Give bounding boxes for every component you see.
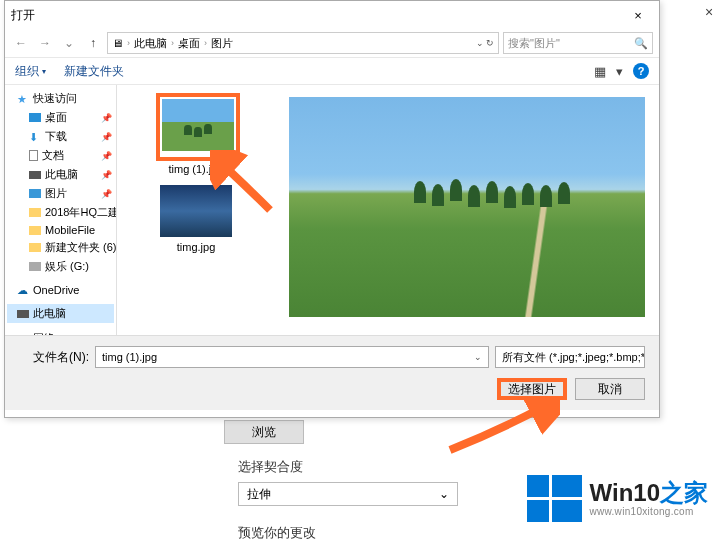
file-name: timg.jpg	[156, 241, 236, 253]
pc-icon	[17, 310, 29, 318]
new-folder-button[interactable]: 新建文件夹	[64, 63, 124, 80]
sidebar-label: MobileFile	[45, 224, 95, 236]
document-icon	[29, 150, 38, 161]
sidebar-label: 图片	[45, 186, 67, 201]
organize-menu[interactable]: 组织 ▾	[15, 63, 46, 80]
toolbar: 组织 ▾ 新建文件夹 ▦ ▾ ?	[5, 57, 659, 85]
filename-input[interactable]: timg (1).jpg ⌄	[95, 346, 489, 368]
close-button[interactable]: ×	[623, 8, 653, 23]
view-mode-button[interactable]: ▦	[594, 64, 606, 79]
chevron-right-icon: ›	[204, 38, 207, 48]
preview-label: 预览你的更改	[238, 524, 714, 542]
sidebar-label: 娱乐 (G:)	[45, 259, 89, 274]
preview-pane	[275, 85, 659, 335]
sidebar-label: 文档	[42, 148, 64, 163]
chevron-down-icon: ▾	[42, 67, 46, 76]
pin-icon: 📌	[101, 113, 112, 123]
fit-label: 选择契合度	[238, 458, 714, 476]
pin-icon: 📌	[101, 151, 112, 161]
preview-image	[289, 97, 645, 317]
watermark: Win10之家 www.win10xitong.com	[527, 475, 708, 522]
sidebar-label: 2018年HQ二建	[45, 205, 117, 220]
desktop-icon	[29, 113, 41, 122]
view-dropdown-button[interactable]: ▾	[616, 64, 623, 79]
organize-label: 组织	[15, 63, 39, 80]
browse-button[interactable]: 浏览	[224, 420, 304, 444]
sidebar-label: 下载	[45, 129, 67, 144]
new-folder-label: 新建文件夹	[64, 63, 124, 80]
forward-button[interactable]: →	[35, 33, 55, 53]
sidebar-pictures[interactable]: 图片📌	[7, 184, 114, 203]
watermark-url: www.win10xitong.com	[590, 506, 708, 517]
breadcrumb[interactable]: 🖥 › 此电脑 › 桌面 › 图片 ⌄↻	[107, 32, 499, 54]
chevron-down-icon[interactable]: ⌄	[474, 352, 482, 362]
sidebar-folder1[interactable]: 2018年HQ二建	[7, 203, 114, 222]
thumbnail-image	[160, 185, 232, 237]
breadcrumb-desktop[interactable]: 桌面	[178, 36, 200, 51]
navbar: ← → ⌄ ↑ 🖥 › 此电脑 › 桌面 › 图片 ⌄↻ 搜索"图片" 🔍	[5, 29, 659, 57]
sidebar-label: 此电脑	[45, 167, 78, 182]
folder-icon	[29, 243, 41, 252]
sidebar-folder3[interactable]: 新建文件夹 (6)	[7, 238, 114, 257]
onedrive-icon: ☁	[17, 284, 29, 296]
watermark-title-en: Win10	[590, 479, 660, 506]
sidebar-drive[interactable]: 娱乐 (G:)	[7, 257, 114, 276]
cancel-button[interactable]: 取消	[575, 378, 645, 400]
pin-icon: 📌	[101, 189, 112, 199]
up-button[interactable]: ↑	[83, 33, 103, 53]
sidebar-folder2[interactable]: MobileFile	[7, 222, 114, 238]
filename-label: 文件名(N):	[19, 349, 89, 366]
sidebar-this-pc[interactable]: 此电脑📌	[7, 165, 114, 184]
refresh-split-icon[interactable]: ↻	[486, 38, 494, 48]
network-icon: 🖧	[17, 333, 29, 336]
folder-icon	[29, 208, 41, 217]
breadcrumb-pc[interactable]: 此电脑	[134, 36, 167, 51]
pictures-icon	[29, 189, 41, 198]
sidebar-label: 此电脑	[33, 306, 66, 321]
sidebar-label: 快速访问	[33, 91, 77, 106]
sidebar-documents[interactable]: 文档📌	[7, 146, 114, 165]
watermark-title-zh: 之家	[660, 479, 708, 506]
recent-button[interactable]: ⌄	[59, 33, 79, 53]
folder-icon	[29, 226, 41, 235]
fit-select[interactable]: 拉伸 ⌄	[238, 482, 458, 506]
fit-value: 拉伸	[247, 486, 271, 503]
sidebar-label: 新建文件夹 (6)	[45, 240, 117, 255]
drive-icon	[29, 262, 41, 271]
file-open-dialog: 打开 × ← → ⌄ ↑ 🖥 › 此电脑 › 桌面 › 图片 ⌄↻ 搜索"图片"…	[4, 0, 660, 418]
pc-icon	[29, 171, 41, 179]
chevron-right-icon: ›	[171, 38, 174, 48]
filetype-select[interactable]: 所有文件 (*.jpg;*.jpeg;*.bmp;*. ⌄	[495, 346, 645, 368]
sidebar-this-pc-main[interactable]: 此电脑	[7, 304, 114, 323]
file-item-selected[interactable]: timg (1).jpg	[156, 93, 236, 175]
sidebar-onedrive[interactable]: ☁OneDrive	[7, 282, 114, 298]
chevron-down-icon[interactable]: ⌄	[476, 38, 484, 48]
open-button[interactable]: 选择图片	[497, 378, 567, 400]
sidebar: ★快速访问 桌面📌 ⬇下载📌 文档📌 此电脑📌 图片📌 2018年HQ二建 Mo…	[5, 85, 117, 335]
download-icon: ⬇	[29, 131, 41, 143]
help-icon[interactable]: ?	[633, 63, 649, 79]
bottom-bar: 文件名(N): timg (1).jpg ⌄ 所有文件 (*.jpg;*.jpe…	[5, 335, 659, 410]
outer-close-button[interactable]: ×	[694, 0, 724, 24]
sidebar-label: 桌面	[45, 110, 67, 125]
filetype-value: 所有文件 (*.jpg;*.jpeg;*.bmp;*.	[502, 350, 645, 365]
breadcrumb-folder[interactable]: 图片	[211, 36, 233, 51]
sidebar-network[interactable]: 🖧网络	[7, 329, 114, 335]
sidebar-downloads[interactable]: ⬇下载📌	[7, 127, 114, 146]
pin-icon: 📌	[101, 170, 112, 180]
file-grid: timg (1).jpg timg.jpg	[117, 85, 275, 335]
sidebar-label: 网络	[33, 331, 55, 335]
search-input[interactable]: 搜索"图片" 🔍	[503, 32, 653, 54]
titlebar: 打开 ×	[5, 1, 659, 29]
chevron-down-icon: ⌄	[439, 487, 449, 501]
filename-value: timg (1).jpg	[102, 351, 157, 363]
file-name: timg (1).jpg	[156, 163, 236, 175]
dialog-title: 打开	[11, 7, 623, 24]
file-item[interactable]: timg.jpg	[156, 185, 236, 253]
back-button[interactable]: ←	[11, 33, 31, 53]
windows-logo-icon	[527, 475, 582, 522]
star-icon: ★	[17, 93, 29, 105]
chevron-right-icon: ›	[127, 38, 130, 48]
sidebar-quick-access[interactable]: ★快速访问	[7, 89, 114, 108]
sidebar-desktop[interactable]: 桌面📌	[7, 108, 114, 127]
